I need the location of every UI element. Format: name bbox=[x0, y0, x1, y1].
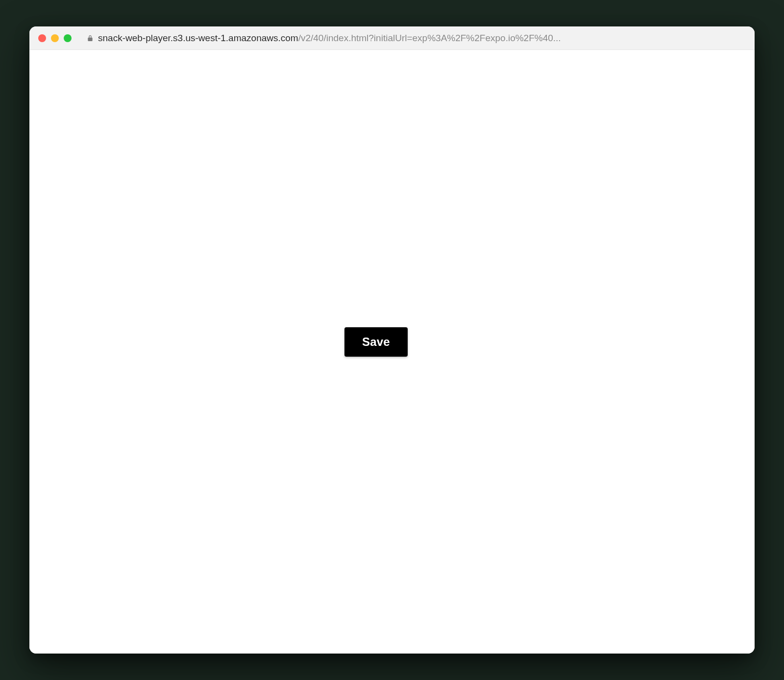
save-button[interactable]: Save bbox=[344, 327, 408, 357]
url-host: snack-web-player.s3.us-west-1.amazonaws.… bbox=[98, 33, 298, 44]
close-window-button[interactable] bbox=[38, 34, 46, 42]
minimize-window-button[interactable] bbox=[51, 34, 59, 42]
lock-icon bbox=[86, 34, 94, 42]
page-content: Save bbox=[29, 50, 755, 654]
url-text: snack-web-player.s3.us-west-1.amazonaws.… bbox=[98, 33, 561, 44]
titlebar: snack-web-player.s3.us-west-1.amazonaws.… bbox=[29, 26, 755, 50]
fullscreen-window-button[interactable] bbox=[64, 34, 72, 42]
traffic-lights bbox=[38, 34, 72, 42]
address-bar[interactable]: snack-web-player.s3.us-west-1.amazonaws.… bbox=[86, 33, 746, 44]
url-path: /v2/40/index.html?initialUrl=exp%3A%2F%2… bbox=[298, 33, 561, 44]
browser-window: snack-web-player.s3.us-west-1.amazonaws.… bbox=[29, 26, 755, 654]
